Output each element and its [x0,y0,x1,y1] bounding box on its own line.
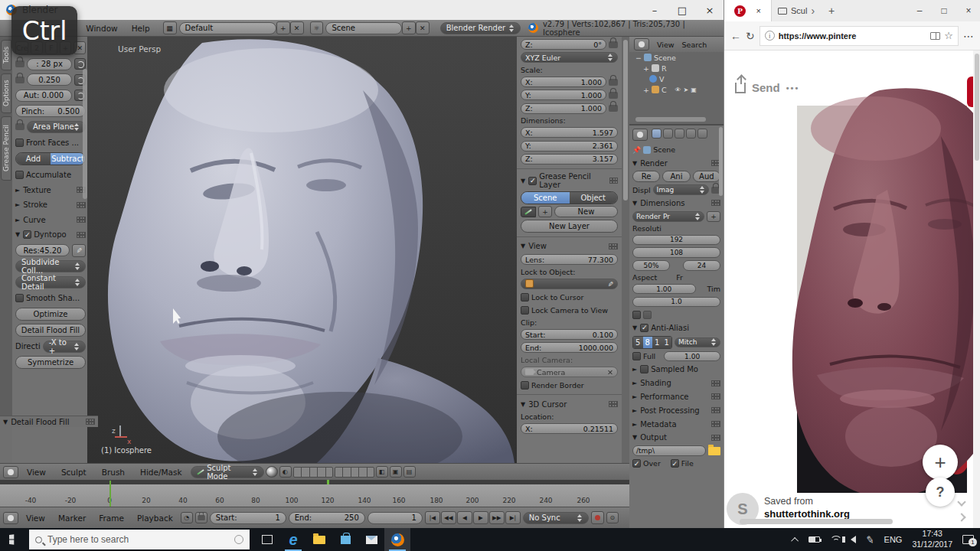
help-button[interactable]: ? [926,478,955,507]
page-scroll-thumb[interactable] [975,54,979,161]
outliner-editor-icon[interactable] [634,38,649,51]
snap-icon[interactable]: ◧ [376,466,388,478]
tab-options[interactable]: Options [1,73,11,113]
overwrite-checkbox[interactable]: ✓ [632,459,641,468]
tab-render-layers[interactable] [663,129,673,139]
curve-panel-header[interactable]: ►Curve [15,214,86,226]
strength-field[interactable]: 0.250 [27,73,72,86]
local-camera-field[interactable]: Camera ✕ [521,367,618,377]
outliner-item-world[interactable]: V [629,73,724,84]
favorites-star-icon[interactable]: ☆ [944,30,953,41]
pressure-icon[interactable] [74,58,86,70]
tab-close-icon[interactable]: × [756,6,760,15]
pen-icon[interactable]: ✎ [864,533,874,546]
scene-icon[interactable]: ⚛ [310,21,324,34]
motion-blur-checkbox[interactable] [640,365,648,373]
clear-icon[interactable]: ✕ [607,368,613,377]
subtract-option[interactable]: Subtract [51,153,85,165]
dyntopo-panel-header[interactable]: ▼ ✓ Dyntopo [15,229,86,240]
add-subtract-toggle[interactable]: Add Subtract [15,152,86,165]
gp-scene-option[interactable]: Scene [521,192,570,204]
selectable-arrow-icon[interactable]: ➤ [684,86,689,93]
taskbar-edge[interactable]: e [280,528,306,551]
dyntopo-checkbox[interactable]: ✓ [23,230,31,239]
outliner-item-camera[interactable]: + C 👁 ➤ ▣ [629,84,724,95]
gp-add-icon[interactable]: + [538,206,552,217]
lock-camera-checkbox[interactable] [521,306,529,315]
detail-type-dropdown[interactable]: Constant Detail [15,276,86,289]
properties-scrollbar[interactable] [719,127,723,196]
more-menu-button[interactable]: ⋯ [963,30,975,42]
viewport-3d[interactable]: User Persp (1) Icosphere z x [87,37,517,463]
cursor-panel-header[interactable]: ▼3D Cursor [521,399,618,410]
start-button[interactable] [0,528,29,551]
timeline-editor-icon[interactable] [3,512,18,524]
gp-new-button[interactable]: New [554,206,618,217]
animation-button[interactable]: Ani [662,171,690,182]
grease-pencil-checkbox[interactable]: ✓ [528,177,537,185]
lock-icon[interactable] [15,77,24,83]
minimize-button[interactable]: – [907,0,932,21]
next-chevron-icon[interactable] [957,513,965,521]
render-engine-selector[interactable]: Blender Render [440,22,521,34]
unlock-icon[interactable] [15,60,24,67]
current-frame-indicator[interactable] [109,481,111,507]
gp-source-toggle[interactable]: Scene Object [521,191,618,204]
performance-panel-header[interactable]: ►Performance [632,391,720,403]
tab-pinterest[interactable]: P × [724,0,772,21]
rotation-z-field[interactable]: Z:0° [521,39,606,50]
screen-layout-icon[interactable]: ▦ [163,21,177,34]
layers-grid-1[interactable] [293,467,333,478]
expand-icon[interactable]: + [643,64,649,73]
output-panel-header[interactable]: ▼Output [632,432,720,443]
horizontal-scrollbar[interactable] [740,519,893,524]
wifi-icon[interactable] [830,536,841,543]
lock-to-cursor-checkbox[interactable] [521,293,529,302]
task-view-button[interactable] [254,528,280,551]
timeline-ruler[interactable]: -40 -20 0 20 40 60 80 100 120 140 160 18… [0,484,629,507]
render-anim-icon[interactable]: ▤ [403,466,416,478]
lens-field[interactable]: Lens:77.300 [521,254,618,265]
outliner-item-renderlayers[interactable]: + R [629,63,724,73]
taskbar-store[interactable] [332,528,358,551]
display-dropdown[interactable]: Imag [653,184,709,195]
output-path-field[interactable]: /tmp\ [632,445,706,456]
render-presets-dropdown[interactable]: Render Pr [632,211,704,222]
start-frame-field[interactable]: Start:1 [210,512,286,524]
mode-dropdown[interactable]: Sculpt Mode [191,466,264,478]
aa-11[interactable]: 1 [652,337,662,348]
taskbar-file-explorer[interactable] [306,528,332,551]
visibility-eye-icon[interactable]: 👁 [675,86,681,93]
npanel-scroll-thumb[interactable] [623,40,628,201]
create-button[interactable]: + [923,445,958,480]
antialiasing-panel-header[interactable]: ▼ ✓ Anti-Aliasi [632,322,720,334]
gp-data-icon[interactable] [521,207,536,217]
end-frame-field[interactable]: End:250 [289,512,365,524]
render-camera-icon[interactable]: ▣ [390,466,402,478]
scale-x-field[interactable]: X:1.000 [521,77,606,87]
aa-8[interactable]: 8 [643,337,653,348]
tab-world[interactable] [686,129,696,139]
maximize-button[interactable]: □ [932,0,956,21]
aa-filter-dropdown[interactable]: Mitch [675,337,720,348]
unlock-icon[interactable] [609,92,618,99]
new-layer-button[interactable]: New Layer [521,220,618,233]
audio-button[interactable]: Aud [693,171,720,182]
address-bar[interactable]: https://www.pintere ☆ [760,26,959,46]
scale-z-field[interactable]: Z:1.000 [521,103,606,114]
close-button[interactable]: × [696,0,724,20]
texture-panel-header[interactable]: ►Texture [15,184,86,196]
expand-icon[interactable]: + [643,86,649,94]
collapse-chevron-icon[interactable] [957,497,965,506]
direction-dropdown[interactable]: -X to + [43,341,86,353]
cursor-x-field[interactable]: X:0.21511 [521,423,618,434]
taskbar-mail[interactable] [358,528,384,551]
add-option[interactable]: Add [16,153,51,165]
dim-y-field[interactable]: Y:2.361 [521,141,618,152]
crop-checkbox[interactable] [643,311,652,319]
lock-icon[interactable] [195,512,207,523]
play-reverse-button[interactable]: ◀ [457,511,472,524]
tab-object[interactable] [697,129,707,139]
folder-icon[interactable] [708,447,720,455]
unlock-icon[interactable] [15,123,24,130]
